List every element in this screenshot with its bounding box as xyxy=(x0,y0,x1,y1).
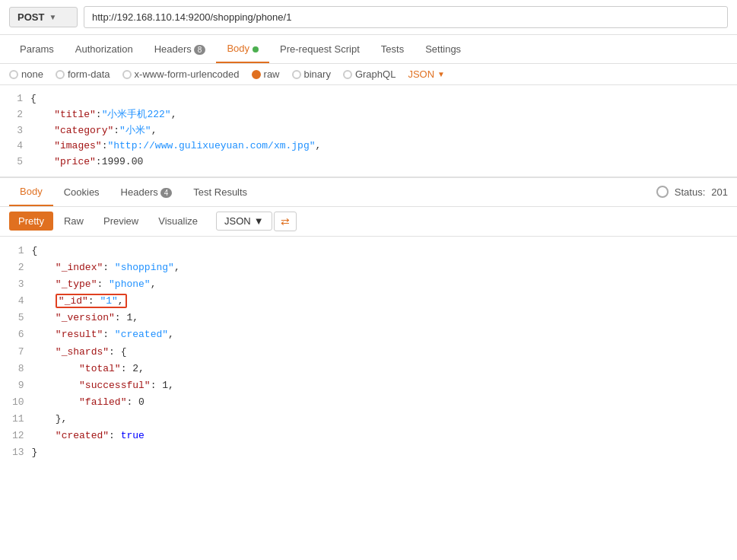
highlighted-id-line: "_id": "1", xyxy=(56,294,127,308)
response-line-numbers: 1 2 3 4 5 6 7 8 9 10 11 12 13 xyxy=(0,243,32,461)
view-raw-btn[interactable]: Raw xyxy=(55,212,93,231)
body-type-row: none form-data x-www-form-urlencoded raw… xyxy=(0,64,737,85)
request-editor: 1 2 3 4 5 { "title":"小米手机222", "category… xyxy=(0,85,737,178)
request-code-block: 1 2 3 4 5 { "title":"小米手机222", "category… xyxy=(0,85,737,177)
radio-urlencoded-circle xyxy=(122,70,132,79)
tab-pre-request[interactable]: Pre-request Script xyxy=(269,36,370,62)
resp-line-5: "_version": 1, xyxy=(32,310,737,326)
radio-none-circle xyxy=(9,70,18,79)
tab-body[interactable]: Body xyxy=(216,35,269,63)
resp-line-11: }, xyxy=(32,411,737,428)
tab-tests[interactable]: Tests xyxy=(370,36,415,62)
resp-line-6: "result": "created", xyxy=(32,326,737,343)
format-dropdown[interactable]: JSON ▼ xyxy=(408,68,445,80)
resp-format-arrow-icon: ▼ xyxy=(254,215,264,227)
req-line-3: "category":"小米", xyxy=(30,123,728,139)
view-visualize-btn[interactable]: Visualize xyxy=(149,212,207,231)
view-preview-btn[interactable]: Preview xyxy=(94,212,148,231)
method-arrow-icon: ▼ xyxy=(49,13,56,21)
response-tabs: Body Cookies Headers4 Test Results Statu… xyxy=(0,178,737,207)
status-value: 201 xyxy=(711,186,728,198)
req-line-1: { xyxy=(30,91,728,107)
resp-line-1: { xyxy=(32,243,737,259)
req-line-5: "price":1999.00 xyxy=(30,154,728,170)
tab-headers[interactable]: Headers8 xyxy=(144,36,217,62)
radio-binary[interactable]: binary xyxy=(292,68,331,80)
resp-line-3: "_type": "phone", xyxy=(32,276,737,293)
resp-line-10: "failed": 0 xyxy=(32,394,737,411)
view-pretty-btn[interactable]: Pretty xyxy=(9,212,53,231)
resp-tab-test-results[interactable]: Test Results xyxy=(183,179,258,205)
radio-form-data-circle xyxy=(56,70,65,79)
radio-form-data[interactable]: form-data xyxy=(56,68,110,80)
response-view-row: Pretty Raw Preview Visualize JSON ▼ ⇄ xyxy=(0,207,737,237)
response-section: Body Cookies Headers4 Test Results Statu… xyxy=(0,178,737,560)
response-format-dropdown[interactable]: JSON ▼ xyxy=(216,212,272,231)
status-label: Status: xyxy=(675,186,705,198)
tab-params[interactable]: Params xyxy=(9,36,65,62)
resp-line-12: "created": true xyxy=(32,428,737,444)
resp-tab-headers[interactable]: Headers4 xyxy=(110,179,183,205)
status-area: Status: 201 xyxy=(656,186,728,198)
method-label: POST xyxy=(17,11,44,23)
resp-line-7: "_shards": { xyxy=(32,344,737,361)
response-code-block: 1 2 3 4 5 6 7 8 9 10 11 12 13 { "_inde xyxy=(0,237,737,467)
method-select[interactable]: POST ▼ xyxy=(9,7,78,27)
request-line-numbers: 1 2 3 4 5 xyxy=(0,91,30,170)
resp-line-4: "_id": "1", xyxy=(32,293,737,310)
req-line-4: "images":"http://www.gulixueyuan.com/xm.… xyxy=(30,138,728,154)
radio-urlencoded[interactable]: x-www-form-urlencoded xyxy=(122,68,240,80)
request-tabs: Params Authorization Headers8 Body Pre-r… xyxy=(0,35,737,64)
url-input[interactable] xyxy=(84,6,728,28)
resp-line-2: "_index": "shopping", xyxy=(32,259,737,276)
radio-graphql[interactable]: GraphQL xyxy=(343,68,396,80)
globe-icon xyxy=(656,186,669,198)
radio-raw-circle xyxy=(252,70,261,79)
resp-headers-badge: 4 xyxy=(160,188,173,198)
url-bar: POST ▼ xyxy=(0,0,737,35)
headers-badge: 8 xyxy=(194,45,206,55)
format-arrow-icon: ▼ xyxy=(437,70,445,78)
tab-authorization[interactable]: Authorization xyxy=(65,36,144,62)
resp-line-8: "total": 2, xyxy=(32,361,737,377)
response-code-content: { "_index": "shopping", "_type": "phone"… xyxy=(32,243,737,461)
radio-graphql-circle xyxy=(343,70,352,79)
radio-raw[interactable]: raw xyxy=(252,68,280,80)
response-code-area[interactable]: 1 2 3 4 5 6 7 8 9 10 11 12 13 { "_inde xyxy=(0,237,737,560)
resp-tab-cookies[interactable]: Cookies xyxy=(53,179,110,205)
resp-line-13: } xyxy=(32,444,737,461)
body-dot xyxy=(253,46,259,52)
req-line-2: "title":"小米手机222", xyxy=(30,107,728,123)
radio-binary-circle xyxy=(292,70,301,79)
tab-settings[interactable]: Settings xyxy=(415,36,472,62)
resp-tab-body[interactable]: Body xyxy=(9,178,53,206)
resp-line-9: "successful": 1, xyxy=(32,377,737,394)
request-code-content[interactable]: { "title":"小米手机222", "category":"小米", "i… xyxy=(30,91,737,170)
wrap-btn[interactable]: ⇄ xyxy=(274,212,297,231)
app-container: POST ▼ Params Authorization Headers8 Bod… xyxy=(0,0,737,560)
radio-none[interactable]: none xyxy=(9,68,43,80)
